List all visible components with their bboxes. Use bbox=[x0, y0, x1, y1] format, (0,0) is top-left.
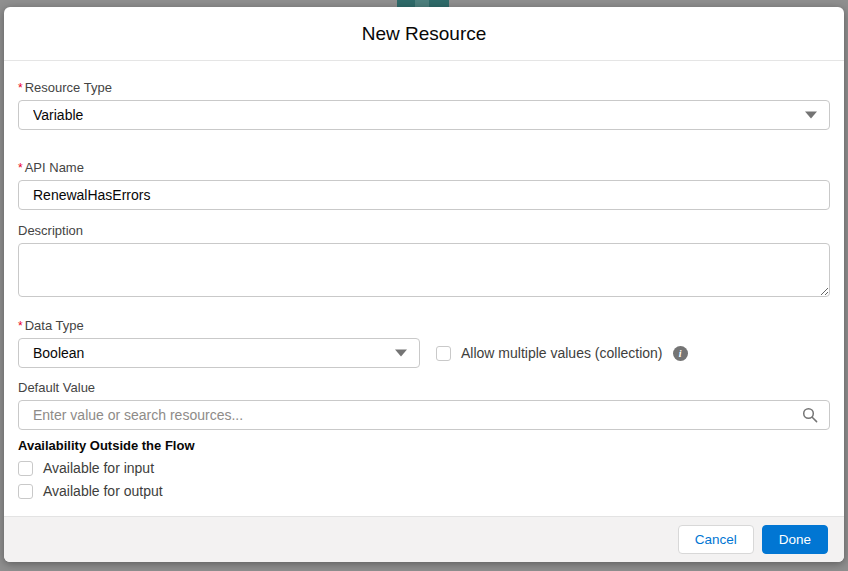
info-icon[interactable]: i bbox=[673, 346, 688, 361]
modal-header: New Resource bbox=[4, 7, 844, 61]
resource-type-combobox-wrap bbox=[18, 100, 830, 130]
api-name-label-text: API Name bbox=[25, 160, 84, 175]
available-for-input-checkbox[interactable] bbox=[18, 461, 33, 476]
collection-checkbox[interactable] bbox=[436, 346, 451, 361]
background-flow-element bbox=[397, 0, 449, 7]
collection-checkbox-label[interactable]: Allow multiple values (collection) bbox=[461, 345, 663, 361]
chevron-down-icon bbox=[395, 350, 407, 357]
required-asterisk: * bbox=[18, 161, 23, 175]
available-for-output-label[interactable]: Available for output bbox=[43, 483, 163, 499]
description-label-text: Description bbox=[18, 223, 83, 238]
modal-title: New Resource bbox=[362, 23, 487, 45]
api-name-input[interactable] bbox=[18, 180, 830, 210]
spacer bbox=[18, 210, 830, 223]
modal-body: *Resource Type *API Name Description *Da… bbox=[4, 61, 844, 516]
default-value-search-wrap bbox=[18, 400, 830, 430]
available-for-output-checkbox[interactable] bbox=[18, 484, 33, 499]
modal-footer: Cancel Done bbox=[4, 516, 844, 562]
resource-type-combobox[interactable] bbox=[18, 100, 830, 130]
api-name-label: *API Name bbox=[18, 160, 830, 175]
background-flow-element-highlight bbox=[415, 0, 429, 7]
description-label: Description bbox=[18, 223, 830, 238]
data-type-label: *Data Type bbox=[18, 318, 830, 333]
resource-type-label-text: Resource Type bbox=[25, 80, 112, 95]
description-textarea[interactable] bbox=[18, 243, 830, 297]
done-button[interactable]: Done bbox=[762, 525, 828, 554]
chevron-down-icon bbox=[805, 112, 817, 119]
data-type-combobox[interactable] bbox=[18, 338, 420, 368]
required-asterisk: * bbox=[18, 81, 23, 95]
availability-heading: Availability Outside the Flow bbox=[18, 438, 830, 453]
data-type-combobox-wrap bbox=[18, 338, 420, 368]
search-icon bbox=[802, 407, 818, 423]
available-for-input-label[interactable]: Available for input bbox=[43, 460, 154, 476]
spacer bbox=[18, 430, 830, 438]
cancel-button[interactable]: Cancel bbox=[678, 525, 754, 554]
new-resource-modal: New Resource *Resource Type *API Name De… bbox=[4, 7, 844, 562]
data-type-label-text: Data Type bbox=[25, 318, 84, 333]
resource-type-label: *Resource Type bbox=[18, 80, 830, 95]
available-for-output-option: Available for output bbox=[18, 483, 830, 499]
available-for-input-option: Available for input bbox=[18, 460, 830, 476]
required-asterisk: * bbox=[18, 319, 23, 333]
default-value-label-text: Default Value bbox=[18, 380, 95, 395]
spacer bbox=[18, 297, 830, 318]
spacer bbox=[18, 130, 830, 160]
spacer bbox=[18, 368, 830, 380]
data-type-row: Allow multiple values (collection) i bbox=[18, 338, 830, 368]
default-value-search-input[interactable] bbox=[18, 400, 830, 430]
default-value-label: Default Value bbox=[18, 380, 830, 395]
collection-checkbox-group: Allow multiple values (collection) i bbox=[436, 345, 688, 361]
